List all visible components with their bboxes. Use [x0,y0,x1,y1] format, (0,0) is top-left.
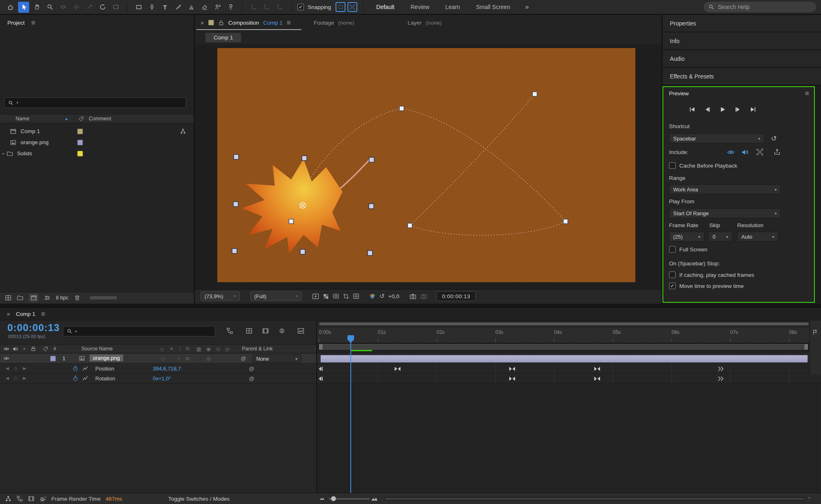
shortcut-dropdown[interactable]: Spacebar ▾ [669,133,764,143]
lock-open-icon[interactable] [218,20,224,26]
play-icon[interactable] [718,104,727,114]
layer-tab-label[interactable]: Layer [408,20,422,26]
selection-tool-icon[interactable] [18,2,29,13]
caching-checkbox[interactable] [669,272,676,278]
reset-exposure-icon[interactable]: ↺ [379,292,385,300]
world-axis-mode-icon[interactable] [261,2,272,13]
timeline-zoom-thumb[interactable] [331,496,336,501]
column-comment-label[interactable]: Comment [89,116,111,122]
trash-icon[interactable] [74,295,80,301]
project-settings-icon[interactable] [44,295,51,301]
new-composition-icon[interactable] [29,293,39,302]
workspace-overflow-chevron[interactable]: » [519,3,534,11]
time-navigator-track[interactable] [317,321,821,327]
render-network-icon[interactable] [5,495,11,502]
layer-number-column[interactable]: # [53,346,56,352]
viewer-timecode[interactable]: 0:00:00:13 [437,291,476,301]
panel-properties[interactable]: Properties [662,15,821,32]
puppet-pin-tool-icon[interactable] [225,2,236,13]
layer-controls-icon[interactable] [773,148,781,156]
switch-adjustment-icon[interactable]: ⊙ [216,346,220,352]
close-panel-icon[interactable]: × [200,20,204,26]
magnification-dropdown[interactable]: (73,9%) ▾ [200,291,240,301]
layer-duration-bar[interactable] [320,355,808,363]
roto-brush-tool-icon[interactable] [212,2,223,13]
panel-resize-icon[interactable]: ▾ [808,496,810,500]
keyframe-icon[interactable] [394,366,401,371]
include-audio-speaker-icon[interactable] [741,148,749,156]
workspace-small-screen[interactable]: Small Screen [469,4,517,10]
panel-menu-icon[interactable]: ≡ [805,90,809,97]
previous-frame-icon[interactable] [702,104,712,114]
show-snapshot-icon[interactable] [420,293,427,300]
composition-tab-label[interactable]: Composition [228,20,259,26]
next-keyframe-icon[interactable]: ▶ [23,366,26,371]
keyframe-icon[interactable] [509,366,515,371]
project-search-input[interactable]: ▾ [4,97,186,108]
color-depth-button[interactable]: 8 bpc [56,295,69,301]
solo-column-icon[interactable]: ● [23,346,25,351]
new-folder-icon[interactable] [17,295,23,301]
work-area-start-handle[interactable] [319,344,322,350]
panel-menu-icon[interactable]: ≡ [31,19,35,26]
snap-along-edges-icon[interactable] [336,2,345,12]
workspace-review[interactable]: Review [403,4,436,10]
snap-to-features-icon[interactable] [347,2,357,12]
source-name-column[interactable]: Source Name [81,346,113,352]
brush-tool-icon[interactable] [172,2,184,13]
next-keyframe-icon[interactable]: ▶ [23,376,26,380]
clone-stamp-tool-icon[interactable] [186,2,197,13]
video-column-eye-icon[interactable] [3,346,9,352]
pan-camera-tool-icon[interactable] [71,2,82,13]
layer-eye-icon[interactable] [3,355,9,361]
grid-guides-icon[interactable] [353,293,359,299]
current-timecode[interactable]: 0:00:00:13 [7,322,60,334]
zoom-in-mountain-icon[interactable] [371,495,378,502]
rotation-tool-icon[interactable] [97,2,108,13]
keyframe-icon[interactable] [318,376,324,381]
switch-3d-icon[interactable]: ◎ [225,346,230,352]
switch-shy-icon[interactable]: ◇ [160,346,164,352]
switch-quality-icon[interactable]: \ [179,346,180,352]
eraser-tool-icon[interactable] [199,2,210,13]
toggle-switches-modes-button[interactable]: Toggle Switches / Modes [168,496,230,502]
layer-label-swatch[interactable] [50,356,56,361]
scrollbar-thumb[interactable] [385,498,804,500]
property-name[interactable]: Rotation [95,375,115,382]
rectangle-tool-icon[interactable] [133,2,144,13]
switch-frame-blend-icon[interactable]: ▦ [196,346,201,352]
home-icon[interactable] [5,2,16,13]
property-value[interactable]: 394,6,718,7 [153,366,181,372]
composition-canvas[interactable] [217,48,635,282]
label-column-icon[interactable] [43,346,48,352]
playhead-line[interactable] [350,341,351,493]
timeline-horizontal-scrollbar[interactable] [384,497,805,501]
layer-switch-shy[interactable]: ◇ [161,355,165,361]
exposure-value[interactable]: +0,0 [389,293,400,299]
switch-collapse-icon[interactable]: ☀ [169,346,174,352]
expand-switches-pane-icon[interactable] [16,495,23,502]
channel-rgb-icon[interactable] [369,293,376,300]
label-swatch-solids[interactable] [77,151,83,156]
parent-dropdown[interactable]: None ▾ [252,354,301,363]
workspace-default[interactable]: Default [369,4,401,10]
transparency-grid-icon[interactable] [323,293,329,299]
panel-menu-icon[interactable]: ≡ [287,19,291,26]
property-pickwhip-icon[interactable]: @ [249,375,254,382]
project-item-solids[interactable]: ▸ Solids [0,148,194,159]
keyframe-icon[interactable] [718,376,724,381]
stopwatch-icon[interactable] [72,366,78,372]
first-frame-icon[interactable] [687,104,697,114]
label-swatch-footage[interactable] [77,140,83,145]
property-value[interactable]: 0x+1,0° [153,375,171,382]
comp-mini-flowchart-icon[interactable] [226,327,233,334]
parent-link-column[interactable]: Parent & Link [242,346,273,352]
mask-visibility-icon[interactable] [333,293,339,299]
motion-blur-icon[interactable] [278,327,285,334]
project-item-comp1[interactable]: Comp 1 [0,126,194,137]
interpret-footage-icon[interactable] [5,295,11,301]
stopwatch-icon[interactable] [72,375,78,382]
include-overlays-icon[interactable] [756,148,764,156]
timeline-comp-tab[interactable]: Comp 1 [16,311,35,317]
prev-keyframe-icon[interactable]: ◀ [6,366,9,371]
